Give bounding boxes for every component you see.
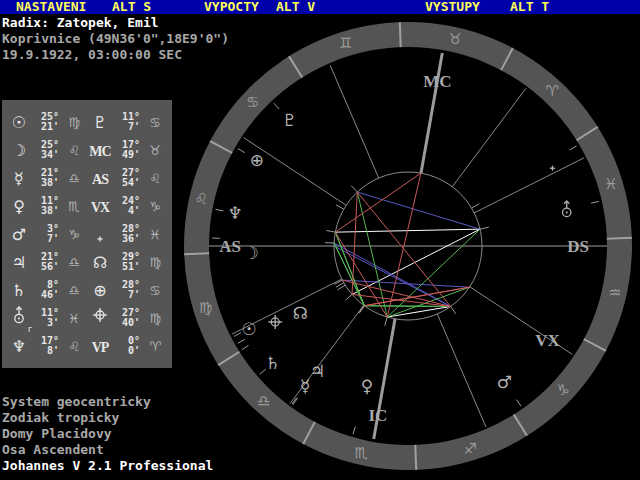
wheel-fortune-icon: ⊕ [250,150,264,170]
position-row-sun: ☉25°21'♍ [6,108,87,136]
minute-value: 7' [113,122,140,132]
minute-value: 7' [113,290,140,300]
angle-label-ds: DS [567,237,589,256]
ring-sign-icon: ♑ [557,381,570,399]
sign-icon-virgo: ♍ [144,311,166,326]
vx-label: VX [91,200,109,215]
sign-icon-pisces: ♓ [63,311,85,326]
sign-icon-leo: ♌ [63,143,85,158]
angle-label-vx: VX [535,331,560,350]
venus-icon: ♀ [13,197,25,216]
sign-icon-libra: ♎ [63,255,85,270]
sign-icon-aries: ♈ [144,339,166,354]
angle-label-as: AS [219,237,241,256]
minute-value: 38' [32,178,59,188]
minute-value: 34' [32,150,59,160]
position-row-moon: ☽25°34'♌ [6,136,87,164]
minute-value: 7' [32,234,59,244]
ring-sign-icon: ♏ [354,444,368,462]
mars-icon: ♂ [12,225,26,244]
position-row-uranus: r11°3'♓ [6,304,87,332]
ring-sign-icon: ♌ [195,190,208,208]
sign-icon-libra: ♎ [63,283,85,298]
pluto-icon: ♇ [93,113,107,132]
sign-icon-scorpio: ♏ [63,199,85,214]
ring-sign-icon: ♉ [449,30,462,48]
minute-value: 36' [113,234,140,244]
pars-icon [90,304,110,328]
ring-sign-icon: ♒ [608,284,621,302]
mercury-icon: ☿ [14,169,24,188]
sun-icon: ☉ [12,113,26,132]
position-row-venus: ♀11°38'♏ [6,192,87,220]
sign-icon-leo: ♌ [144,171,166,186]
ring-sign-icon: ♍ [199,299,212,317]
angle-label-ic: IC [368,406,387,425]
sign-icon-pisces: ♓ [144,227,166,242]
minute-value: 0' [113,346,140,356]
sign-icon-capricorn: ♑ [144,199,166,214]
position-row-jupiter: ♃21°56'♎ [6,248,87,276]
minute-value: 54' [113,178,140,188]
fortune-icon: ⊕ [93,281,106,300]
sign-icon-capricorn: ♑ [63,227,85,242]
minute-value: 3' [32,318,59,328]
position-row-lilith: 28°36'♓ [87,220,168,248]
position-row-fortune: ⊕28°7'♋ [87,276,168,304]
position-row-vernal-point: VP0°0'♈ [87,332,168,360]
minute-value: 49' [113,150,140,160]
ring-sign-icon: ♋ [246,93,259,111]
wheel-node-icon: ☊ [293,303,308,323]
ring-sign-icon: ♎ [257,392,270,410]
wheel-neptune-icon: ♆ [227,203,242,223]
saturn-icon: ♄ [12,281,26,300]
ring-sign-icon: ♓ [604,175,617,193]
minute-value: 38' [32,206,59,216]
positions-column-1: ☉25°21'♍☽25°34'♌☿21°38'♎♀11°38'♏♂3°7'♑♃2… [6,108,87,360]
wheel-venus-icon: ♀ [361,376,373,396]
position-row-pars-cross: 27°40'♍ [87,304,168,332]
wheel-mars-icon: ♂ [497,372,512,392]
lilith-icon [90,220,110,244]
sign-icon-cancer: ♋ [144,283,166,298]
status-line-1: System geocentricky [2,394,151,409]
wheel-mercury-icon: ☿ [300,376,310,396]
status-line-3: Domy Placidovy [2,426,112,441]
position-row-pluto: ♇11°7'♋ [87,108,168,136]
app-screen: NASTAVENIALT SVYPOCTYALT VVYSTUPYALT T R… [0,0,640,480]
aspect-line-jupiter-mars [365,306,451,307]
wheel-moon-icon: ☽ [244,243,259,263]
minute-value: 46' [32,290,59,300]
positions-columns: ☉25°21'♍☽25°34'♌☿21°38'♎♀11°38'♏♂3°7'♑♃2… [6,108,168,360]
positions-column-2: ♇11°7'♋MC17°49'♉AS27°54'♌VX24°4'♑28°36'♓… [87,108,168,360]
sign-icon-virgo: ♍ [144,255,166,270]
status-line-4: Osa Ascendent [2,442,104,457]
sign-icon-virgo: ♍ [63,115,85,130]
ring-sign-icon: ♈ [546,82,559,100]
position-row-mercury: ☿21°38'♎ [6,164,87,192]
moon-icon: ☽ [12,141,26,160]
vp-label: VP [92,340,109,355]
neptune-icon: ♆ [12,337,26,356]
position-row-mars: ♂3°7'♑ [6,220,87,248]
position-row-node: ☊29°51'♍ [87,248,168,276]
wheel-saturn-icon: ♄ [265,353,280,373]
status-line-2: Zodiak tropicky [2,410,119,425]
uranus-icon [9,304,29,328]
mc-label: MC [89,144,110,159]
minute-value: 21' [32,122,59,132]
position-row-ascendant: AS27°54'♌ [87,164,168,192]
sign-boundary-tick [415,445,416,470]
sign-icon-taurus: ♉ [144,143,166,158]
sign-icon-libra: ♎ [63,171,85,186]
sign-boundary-tick [400,22,401,47]
wheel-pluto-icon: ♇ [282,110,297,130]
sign-boundary-tick [607,238,632,239]
positions-panel: ☉25°21'♍☽25°34'♌☿21°38'♎♀11°38'♏♂3°7'♑♃2… [2,100,172,368]
wheel-sun-icon: ☉ [242,319,257,339]
wheel-jupiter-icon: ♃ [310,361,325,381]
minute-value: 56' [32,262,59,272]
position-row-neptune: ♆17°8'♌ [6,332,87,360]
minute-value: 8' [32,346,59,356]
position-row-mc: MC17°49'♉ [87,136,168,164]
